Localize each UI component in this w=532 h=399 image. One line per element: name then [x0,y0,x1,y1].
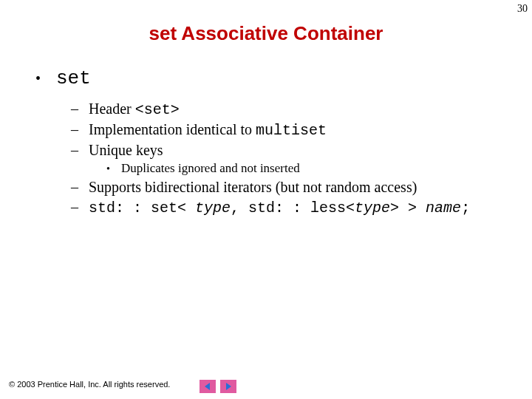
bullet-dash-icon: – [71,177,89,197]
arrow-right-icon [224,382,233,391]
bullet-l2: – Supports bidirectional iterators (but … [71,177,532,197]
bullet-dash-icon: – [71,99,89,119]
bullet-l1-text: set [56,66,91,92]
bullet-dot-icon: • [35,69,56,89]
svg-marker-0 [205,383,210,390]
bullet-l2-code: std: : set< type, std: : less<type> > na… [89,198,470,218]
code-italic-fragment: type [355,200,390,216]
code-italic-fragment: name [426,200,461,216]
bullet-l2-text: Header <set> [89,99,180,120]
svg-marker-1 [226,383,231,390]
slide-title: set Associative Container [0,22,532,45]
next-slide-button[interactable] [220,380,236,393]
bullet-l2: – Header <set> [71,99,532,120]
code-fragment: multiset [256,122,327,139]
code-fragment: ; [461,200,470,216]
bullet-l3: • Duplicates ignored and not inserted [106,160,532,177]
slide-nav [200,380,236,393]
bullet-l2: – Unique keys [71,140,532,160]
bullet-l2-text: Unique keys [89,140,163,160]
prev-slide-button[interactable] [200,380,216,393]
bullet-dot-icon: • [106,163,121,177]
bullet-l2: – std: : set< type, std: : less<type> > … [71,197,532,218]
bullet-l2-text: Supports bidirectional iterators (but no… [89,177,417,197]
page-number: 30 [517,3,528,15]
bullet-dash-icon: – [71,120,89,140]
code-italic-fragment: type [195,200,231,216]
text-fragment: Header [89,100,135,117]
code-fragment: std: : set< [89,200,195,216]
bullet-dash-icon: – [71,197,89,217]
slide-content: • set – Header <set> – Implementation id… [35,66,532,218]
code-fragment: , std: : less< [231,200,355,216]
bullet-l2-text: Implementation identical to multiset [89,120,327,140]
bullet-l2: – Implementation identical to multiset [71,120,532,140]
code-fragment: <set> [135,101,180,118]
bullet-l3-text: Duplicates ignored and not inserted [121,160,300,177]
arrow-left-icon [203,382,212,391]
copyright-footer: © 2003 Prentice Hall, Inc. All rights re… [9,380,170,389]
bullet-dash-icon: – [71,140,89,160]
text-fragment: Implementation identical to [89,121,256,137]
code-fragment: > > [390,200,426,216]
bullet-l1: • set [35,66,532,92]
